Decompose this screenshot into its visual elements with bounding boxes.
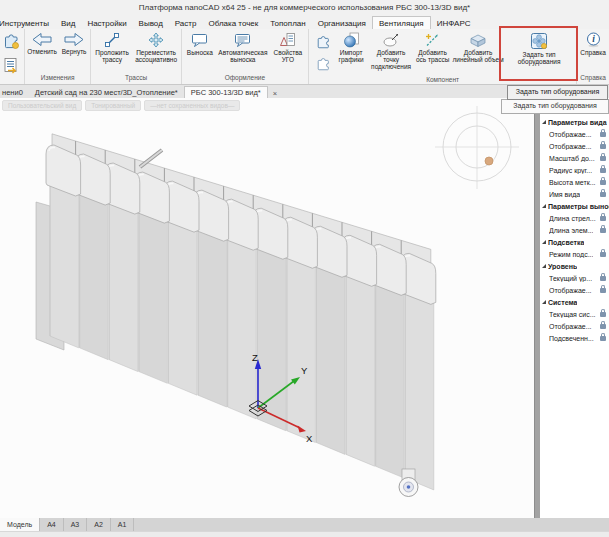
callout-icon [191, 32, 208, 49]
property-label: Подсвеченн... [549, 335, 594, 342]
help-button[interactable]: i Справка [578, 31, 608, 56]
property-label: Масштаб до... [549, 155, 595, 162]
panel-property-row[interactable]: Длина стрел... [540, 212, 609, 224]
property-label: Текущая сис... [549, 311, 596, 318]
puzzle-icon[interactable] [316, 56, 331, 75]
move-associative-label: Переместить ассоциативно [132, 49, 180, 63]
ribbon-group-component: Импорт графики Добавить точку подключени… [309, 29, 577, 84]
undo-button[interactable]: Отменить [26, 31, 59, 55]
lock-icon [600, 144, 606, 149]
panel-property-row[interactable]: Отображае... [540, 320, 609, 332]
add-connection-point-button[interactable]: Добавить точку подключения [368, 31, 414, 70]
document-tab[interactable]: нени0 [0, 87, 29, 98]
menu-item-output[interactable]: Вывод [133, 17, 169, 29]
menu-bar: Инструменты Вид Настройки Вывод Растр Об… [0, 15, 609, 29]
panel-property-row[interactable]: Радиус круг... [540, 164, 609, 176]
layout-tab-a1[interactable]: А1 [111, 518, 135, 531]
menu-item-infars[interactable]: ИНФАРС [431, 17, 477, 29]
puzzle-icon[interactable] [3, 32, 20, 53]
puzzle-icon[interactable] [316, 34, 331, 53]
fan-icon [530, 32, 548, 51]
group-label-decoration: Оформление [182, 73, 308, 84]
panel-property-row[interactable]: Длина элем... [540, 224, 609, 236]
panel-property-row[interactable]: Отображае... [540, 140, 609, 152]
compass-dot[interactable] [485, 157, 493, 165]
add-linear-volume-button[interactable]: Добавить линейный объем [451, 31, 505, 63]
property-label: Высота метк... [549, 179, 596, 186]
layout-tab-model[interactable]: Модель [0, 518, 40, 531]
ugo-properties-button[interactable]: Свойства УГО [269, 31, 307, 63]
auto-callout-button[interactable]: Автоматическая выноска [217, 31, 269, 63]
auto-callout-icon [234, 32, 251, 49]
menu-item-instruments[interactable]: Инструменты [0, 17, 55, 29]
redo-button[interactable]: Вернуть [59, 31, 90, 55]
menu-item-point-clouds[interactable]: Облака точек [202, 17, 264, 29]
callout-button[interactable]: Выноска [183, 31, 217, 56]
panel-property-row[interactable]: Текущий ур... [540, 272, 609, 284]
group-label-component: Компонент [309, 75, 576, 85]
menu-item-view[interactable]: Вид [55, 17, 81, 29]
document-tab[interactable]: Детский сад на 230 мест/3D_Отопление* [29, 87, 184, 98]
svg-text:i: i [592, 34, 595, 44]
add-route-axis-button[interactable]: Добавить ось трассы [414, 31, 451, 63]
property-label: Имя вида [549, 191, 580, 198]
panel-property-row[interactable]: Подсвеченн... [540, 332, 609, 344]
menu-item-raster[interactable]: Растр [169, 17, 203, 29]
layout-tab-a2[interactable]: А2 [87, 518, 111, 531]
lock-icon [600, 276, 606, 281]
undo-label: Отменить [27, 48, 57, 55]
route-button[interactable]: Проложить трассу [92, 31, 132, 63]
viewport-shading-button[interactable]: Тонированный [85, 100, 141, 111]
panel-section-view-params[interactable]: Параметры вида [540, 116, 609, 128]
property-label: Длина стрел... [549, 215, 596, 222]
document-tab-active[interactable]: РБС 300-13/3D вид* [184, 86, 268, 98]
callout-label: Выноска [187, 49, 213, 56]
set-equipment-type-label: Задать тип оборудования [505, 51, 573, 65]
layout-tab-a4[interactable]: А4 [40, 518, 64, 531]
lock-icon [600, 192, 606, 197]
spec-list-icon[interactable] [3, 57, 20, 78]
layout-tab-a3[interactable]: А3 [64, 518, 88, 531]
panel-property-row[interactable]: Отображае... [540, 284, 609, 296]
set-equipment-type-button[interactable]: Задать тип оборудования [505, 31, 573, 65]
move-associative-button[interactable]: Переместить ассоциативно [132, 31, 180, 63]
import-graphics-label: Импорт графики [334, 49, 368, 63]
route-line-icon [104, 32, 120, 49]
viewport-controls: Пользовательский вид Тонированный —нет с… [2, 100, 240, 111]
lock-icon [600, 324, 606, 329]
help-icon: i [585, 32, 602, 49]
add-linear-volume-label: Добавить линейный объем [451, 49, 505, 63]
lock-icon [600, 228, 606, 233]
menu-item-organization[interactable]: Организация [312, 17, 372, 29]
viewport-view-button[interactable]: Пользовательский вид [2, 100, 82, 111]
close-tab-icon[interactable]: × [268, 89, 282, 98]
section-label: Параметры вида [548, 119, 607, 126]
panel-section-level[interactable]: Уровень [540, 260, 609, 272]
navigation-compass[interactable] [435, 106, 519, 189]
group-label-changes: Изменения [25, 73, 91, 84]
menu-item-settings[interactable]: Настройки [81, 17, 132, 29]
z-axis-label: Z [252, 352, 258, 363]
panel-section-system[interactable]: Система [540, 296, 609, 308]
move-associative-icon [148, 32, 164, 49]
import-graphics-icon [343, 32, 360, 49]
menu-item-topoplan[interactable]: Топоплан [264, 17, 311, 29]
radiator-3d-model[interactable] [36, 134, 436, 497]
lock-icon [600, 336, 606, 341]
panel-property-row[interactable]: Масштаб до... [540, 152, 609, 164]
menu-item-ventilation[interactable]: Вентиляция [372, 16, 431, 29]
ribbon-group-changes: Отменить Вернуть Изменения [25, 29, 92, 84]
panel-property-row[interactable]: Текущая сис... [540, 308, 609, 320]
import-graphics-button[interactable]: Импорт графики [334, 31, 368, 63]
properties-panel: Параметры вида Отображае... Отображае...… [540, 98, 609, 518]
lock-icon [600, 180, 606, 185]
panel-property-row[interactable]: Имя вида [540, 188, 609, 200]
panel-property-row[interactable]: Высота метк... [540, 176, 609, 188]
panel-property-row[interactable]: Отображае... [540, 128, 609, 140]
property-label: Отображае... [549, 131, 592, 138]
panel-section-callout-params[interactable]: Параметры вынос [540, 200, 609, 212]
panel-section-highlight[interactable]: Подсветка [540, 236, 609, 248]
drawing-canvas[interactable]: Пользовательский вид Тонированный —нет с… [0, 98, 534, 518]
viewport-saved-views-button[interactable]: —нет сохраненных видов— [144, 100, 240, 111]
panel-property-row[interactable]: Режим подс... [540, 248, 609, 260]
